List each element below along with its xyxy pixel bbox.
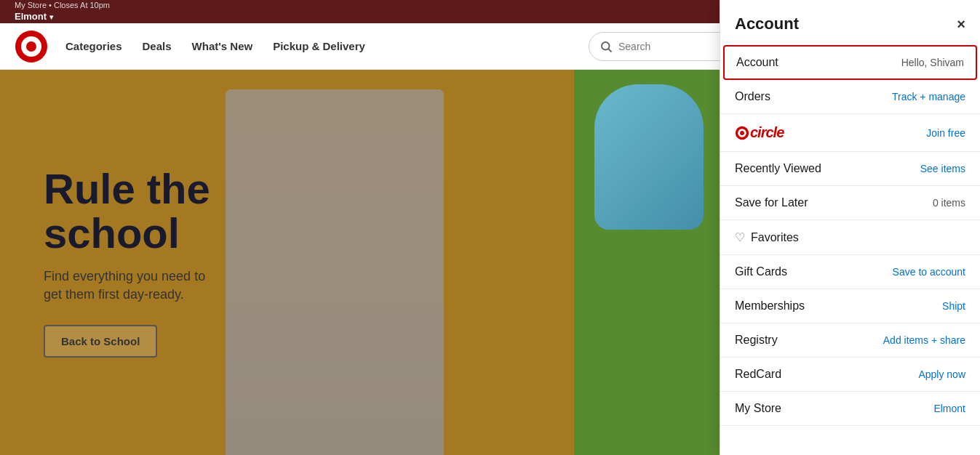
panel-item-save-for-later[interactable]: Save for Later0 items — [720, 186, 980, 220]
panel-item-detail-orders: Track + manage — [892, 91, 965, 102]
panel-item-detail-memberships: Shipt — [942, 300, 965, 312]
chevron-down-icon: ▾ — [49, 12, 53, 22]
panel-item-label-registry: Registry — [735, 334, 778, 347]
panel-item-favorites[interactable]: ♡Favorites — [720, 220, 980, 255]
panel-item-label-save-for-later: Save for Later — [735, 196, 808, 209]
svg-point-2 — [26, 41, 36, 52]
panel-item-label-favorites: ♡Favorites — [735, 230, 799, 244]
store-info: My Store • Closes At 10pm Elmont ▾ — [15, 0, 110, 23]
heart-icon: ♡ — [735, 230, 745, 244]
panel-item-label-gift-cards: Gift Cards — [735, 265, 787, 278]
panel-item-detail-save-for-later: 0 items — [933, 197, 965, 209]
panel-item-account[interactable]: AccountHello, Shivam — [723, 45, 977, 80]
nav-deals[interactable]: Deals — [143, 40, 172, 52]
nav-links: Categories Deals What's New Pickup & Del… — [65, 40, 571, 52]
svg-point-3 — [602, 42, 610, 50]
panel-item-detail-recently-viewed: See items — [920, 163, 965, 174]
panel-item-label-my-store: My Store — [735, 402, 781, 415]
panel-item-detail-gift-cards: Save to account — [893, 266, 965, 278]
panel-item-label-redcard: RedCard — [735, 368, 781, 381]
target-circle-logo: circle — [735, 124, 784, 141]
nav-pickup-delivery[interactable]: Pickup & Delivery — [273, 40, 365, 52]
panel-item-registry[interactable]: RegistryAdd items + share — [720, 323, 980, 358]
panel-item-label-orders: Orders — [735, 90, 770, 103]
svg-line-4 — [608, 49, 611, 52]
panel-item-my-store[interactable]: My StoreElmont — [720, 392, 980, 426]
panel-item-label-memberships: Memberships — [735, 299, 805, 313]
panel-item-recently-viewed[interactable]: Recently ViewedSee items — [720, 152, 980, 186]
nav-whats-new[interactable]: What's New — [192, 40, 253, 52]
target-logo[interactable] — [15, 30, 48, 63]
panel-item-redcard[interactable]: RedCardApply now — [720, 358, 980, 392]
account-panel: Account × AccountHello, ShivamOrdersTrac… — [720, 0, 980, 455]
panel-item-memberships[interactable]: MembershipsShipt — [720, 289, 980, 323]
headphones-image — [594, 84, 704, 230]
panel-item-label-circle: circle — [735, 124, 784, 141]
panel-item-circle[interactable]: circleJoin free — [720, 114, 980, 152]
panel-item-detail-redcard: Apply now — [918, 369, 965, 380]
panel-header: Account × — [720, 0, 980, 45]
hero-girl-image — [226, 89, 444, 456]
panel-title: Account — [735, 15, 799, 33]
panel-item-orders[interactable]: OrdersTrack + manage — [720, 80, 980, 114]
store-name[interactable]: Elmont ▾ — [15, 11, 110, 23]
hero-cta-button[interactable]: Back to School — [44, 325, 157, 358]
svg-point-9 — [740, 131, 744, 135]
panel-item-detail-my-store: Elmont — [933, 403, 965, 414]
panel-item-label-account: Account — [736, 56, 778, 69]
search-icon — [599, 40, 613, 53]
panel-item-detail-account: Hello, Shivam — [901, 57, 964, 68]
store-hours-label: My Store • Closes At 10pm — [15, 0, 110, 10]
nav-categories[interactable]: Categories — [65, 40, 122, 52]
close-button[interactable]: × — [957, 17, 965, 31]
panel-items-list: AccountHello, ShivamOrdersTrack + manage… — [720, 45, 980, 455]
panel-item-gift-cards[interactable]: Gift CardsSave to account — [720, 255, 980, 289]
target-circle-icon — [735, 126, 749, 140]
panel-item-detail-circle: Join free — [926, 127, 965, 139]
panel-item-label-recently-viewed: Recently Viewed — [735, 162, 821, 175]
panel-item-detail-registry: Add items + share — [883, 334, 965, 346]
